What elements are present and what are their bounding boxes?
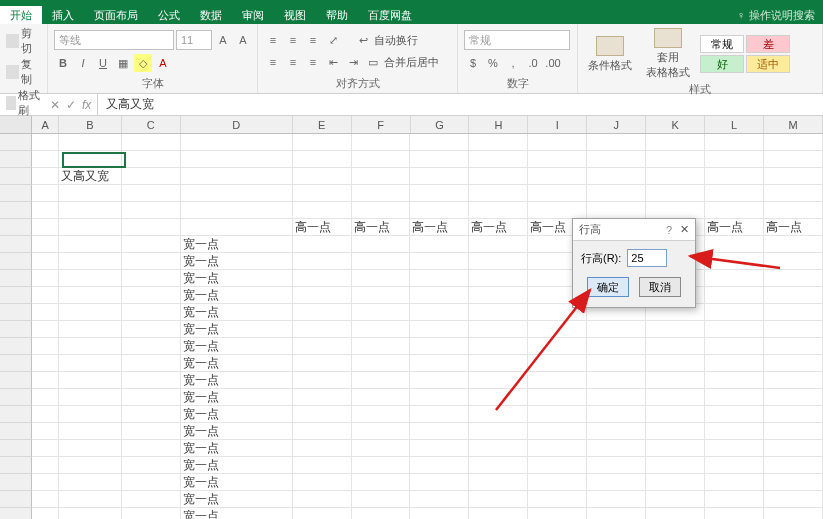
cell[interactable] [764, 134, 823, 151]
cell[interactable] [181, 219, 293, 236]
cell[interactable] [122, 270, 181, 287]
cell[interactable] [410, 202, 469, 219]
cell[interactable] [705, 372, 764, 389]
cell[interactable] [528, 321, 587, 338]
cell[interactable] [293, 406, 352, 423]
cell[interactable] [59, 253, 122, 270]
cell[interactable]: 宽一点 [181, 440, 293, 457]
help-icon[interactable]: ? [666, 224, 672, 236]
merge-center-button[interactable]: ▭ [364, 53, 382, 71]
cell[interactable]: 宽一点 [181, 389, 293, 406]
format-table-button[interactable]: 套用 表格格式 [642, 26, 694, 82]
cell[interactable]: 又高又宽 [59, 168, 122, 185]
cell[interactable] [59, 185, 122, 202]
cell[interactable] [410, 423, 469, 440]
decrease-indent-button[interactable]: ⇤ [324, 53, 342, 71]
cell[interactable] [122, 321, 181, 338]
cell[interactable] [352, 287, 411, 304]
cell[interactable] [705, 338, 764, 355]
font-name-select[interactable]: 等线 [54, 30, 174, 50]
cell[interactable] [587, 474, 646, 491]
cell[interactable] [528, 185, 587, 202]
cell[interactable] [122, 491, 181, 508]
cell[interactable] [59, 474, 122, 491]
cell[interactable] [32, 304, 59, 321]
cell[interactable]: 宽一点 [181, 474, 293, 491]
style-good[interactable]: 好 [700, 55, 744, 73]
row-header[interactable] [0, 423, 32, 440]
cell[interactable] [59, 406, 122, 423]
cell[interactable] [352, 168, 411, 185]
cell[interactable] [181, 202, 293, 219]
cell[interactable] [293, 151, 352, 168]
cell[interactable]: 宽一点 [181, 287, 293, 304]
cell[interactable] [352, 134, 411, 151]
cell[interactable] [59, 270, 122, 287]
row-header[interactable] [0, 474, 32, 491]
cell[interactable] [293, 236, 352, 253]
cell[interactable] [32, 457, 59, 474]
cell[interactable] [59, 508, 122, 519]
select-all-corner[interactable] [0, 116, 32, 133]
cell[interactable] [646, 491, 705, 508]
cell[interactable] [122, 253, 181, 270]
cell[interactable] [469, 168, 528, 185]
cell[interactable] [528, 134, 587, 151]
cell[interactable] [705, 287, 764, 304]
cell[interactable]: 宽一点 [181, 236, 293, 253]
tab-home[interactable]: 开始 [0, 6, 42, 24]
cell[interactable] [181, 151, 293, 168]
align-left-button[interactable]: ≡ [264, 53, 282, 71]
cell[interactable] [528, 423, 587, 440]
cell[interactable] [528, 491, 587, 508]
font-color-button[interactable]: A [154, 54, 172, 72]
cell[interactable] [764, 304, 823, 321]
ok-button[interactable]: 确定 [587, 277, 629, 297]
cell[interactable] [32, 202, 59, 219]
cell[interactable] [764, 321, 823, 338]
col-header-a[interactable]: A [32, 116, 59, 133]
col-header-l[interactable]: L [705, 116, 764, 133]
cell[interactable] [705, 270, 764, 287]
wrap-text-button[interactable]: ↩ [354, 31, 372, 49]
cell[interactable] [528, 406, 587, 423]
cell[interactable] [32, 474, 59, 491]
cell[interactable] [293, 304, 352, 321]
tab-formula[interactable]: 公式 [148, 6, 190, 24]
cell[interactable] [59, 321, 122, 338]
cell[interactable] [705, 151, 764, 168]
cell[interactable] [59, 389, 122, 406]
cell[interactable] [764, 491, 823, 508]
cell[interactable] [122, 185, 181, 202]
cell[interactable] [646, 389, 705, 406]
cell[interactable] [528, 474, 587, 491]
tab-help[interactable]: 帮助 [316, 6, 358, 24]
cell[interactable] [705, 355, 764, 372]
tab-insert[interactable]: 插入 [42, 6, 84, 24]
bold-button[interactable]: B [54, 54, 72, 72]
cell[interactable] [764, 270, 823, 287]
decrease-font-button[interactable]: A [234, 31, 252, 49]
cell[interactable] [59, 457, 122, 474]
cell[interactable] [469, 389, 528, 406]
row-header[interactable] [0, 185, 32, 202]
cell[interactable] [646, 338, 705, 355]
col-header-i[interactable]: I [528, 116, 587, 133]
cell[interactable] [352, 423, 411, 440]
cell[interactable] [59, 355, 122, 372]
tab-baidu[interactable]: 百度网盘 [358, 6, 422, 24]
cell[interactable] [764, 236, 823, 253]
cell[interactable] [293, 372, 352, 389]
col-header-m[interactable]: M [764, 116, 823, 133]
cell[interactable] [528, 440, 587, 457]
comma-button[interactable]: , [504, 54, 522, 72]
cell[interactable] [705, 236, 764, 253]
cell[interactable] [352, 406, 411, 423]
fill-color-button[interactable]: ◇ [134, 54, 152, 72]
cell[interactable] [410, 253, 469, 270]
cell[interactable] [587, 168, 646, 185]
cell[interactable] [293, 168, 352, 185]
cell[interactable] [646, 423, 705, 440]
align-right-button[interactable]: ≡ [304, 53, 322, 71]
cell[interactable] [59, 440, 122, 457]
